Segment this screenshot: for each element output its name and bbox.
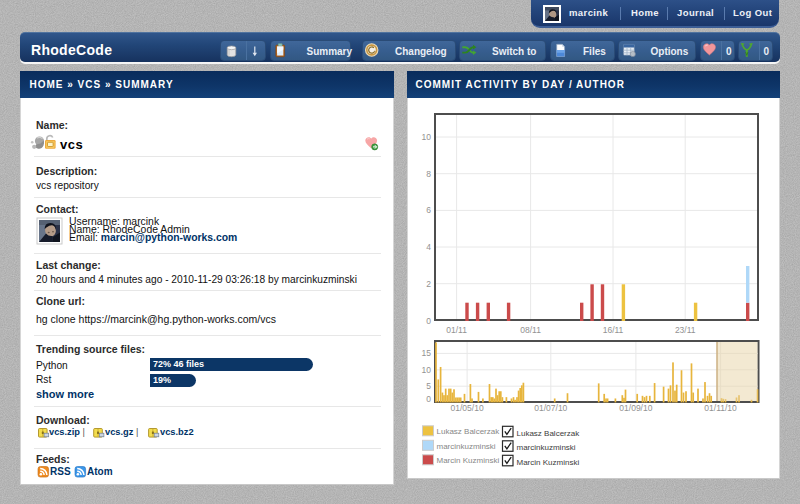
svg-text:marcinkuzminski: marcinkuzminski: [437, 442, 496, 451]
svg-text:8: 8: [426, 169, 431, 179]
svg-text:01/07/10: 01/07/10: [534, 403, 567, 413]
svg-text:5: 5: [426, 381, 431, 391]
svg-text:01/11: 01/11: [446, 325, 467, 335]
svg-text:10: 10: [422, 132, 432, 142]
svg-text:15: 15: [422, 348, 432, 358]
svg-text:01/09/10: 01/09/10: [619, 403, 652, 413]
svg-text:marcinkuzminski: marcinkuzminski: [517, 443, 576, 452]
svg-text:10: 10: [422, 365, 432, 375]
svg-text:6: 6: [426, 205, 431, 215]
svg-text:Marcin Kuzminski: Marcin Kuzminski: [437, 456, 500, 465]
svg-text:4: 4: [426, 242, 431, 252]
svg-text:0: 0: [426, 316, 431, 326]
svg-text:01/05/10: 01/05/10: [451, 403, 484, 413]
svg-text:Lukasz Balcerzak: Lukasz Balcerzak: [517, 429, 581, 438]
svg-text:Lukasz Balcerzak: Lukasz Balcerzak: [437, 427, 501, 436]
svg-text:Marcin Kuzminski: Marcin Kuzminski: [517, 458, 580, 467]
svg-text:2: 2: [426, 279, 431, 289]
svg-text:23/11: 23/11: [675, 325, 696, 335]
svg-text:08/11: 08/11: [520, 325, 541, 335]
svg-text:0: 0: [426, 394, 431, 404]
svg-text:01/11/10: 01/11/10: [704, 403, 737, 413]
svg-text:16/11: 16/11: [603, 325, 624, 335]
